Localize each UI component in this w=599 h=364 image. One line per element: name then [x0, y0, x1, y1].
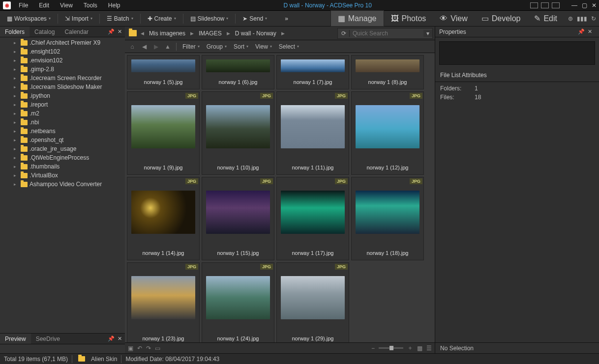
chevron-right-icon[interactable]: ▶ — [281, 31, 285, 36]
zoom-out-icon[interactable]: − — [371, 345, 375, 352]
sort-dropdown[interactable]: Sort▾ — [231, 42, 251, 51]
minimize-button[interactable]: — — [569, 2, 579, 9]
layout-preset-2[interactable] — [541, 2, 549, 8]
thumbnail[interactable]: norway 1 (8).jpg — [351, 55, 424, 89]
thumbnail[interactable]: norway 1 (5).jpg — [127, 55, 200, 89]
pin-icon[interactable]: 📌 — [108, 28, 115, 35]
create-button[interactable]: ✚Create▾ — [144, 13, 180, 24]
pin-icon[interactable]: 📌 — [108, 336, 115, 342]
folder-tree[interactable]: ▸.Chief Architect Premier X9▸.ensight102… — [0, 37, 125, 333]
thumbnail[interactable]: JPGnorway 1 (29).jpg — [276, 262, 349, 342]
thumbnail[interactable]: JPGnorway 1 (15).jpg — [202, 177, 274, 260]
expand-icon[interactable]: ▸ — [14, 138, 19, 142]
up-icon[interactable]: ▲ — [162, 43, 173, 50]
expand-icon[interactable]: ▸ — [14, 76, 19, 81]
expand-icon[interactable]: ▸ — [14, 58, 19, 63]
tree-item[interactable]: ▸.ireport — [0, 100, 125, 109]
filter-dropdown[interactable]: Filter▾ — [180, 42, 203, 51]
pin-icon[interactable]: 📌 — [578, 28, 585, 35]
zoom-in-icon[interactable]: ＋ — [407, 344, 413, 352]
thumbnail[interactable]: JPGnorway 1 (23).jpg — [127, 262, 200, 342]
breadcrumb-1[interactable]: IMAGES — [196, 29, 225, 38]
thumbnail[interactable]: JPGnorway 1 (9).jpg — [127, 91, 200, 175]
thumbnail[interactable]: JPGnorway 1 (17).jpg — [276, 177, 349, 260]
close-button[interactable]: ✕ — [589, 2, 599, 9]
tab-calendar[interactable]: Calendar — [60, 27, 93, 37]
breadcrumb-0[interactable]: Mis imagenes — [146, 29, 188, 38]
tree-item[interactable]: ▸.netbeans — [0, 127, 125, 136]
menu-help[interactable]: Help — [103, 0, 125, 10]
expand-icon[interactable]: ▸ — [14, 146, 19, 151]
tree-item[interactable]: ▸.QtWebEngineProcess — [0, 153, 125, 162]
send-button[interactable]: ➤Send▾ — [239, 13, 271, 24]
mode-edit[interactable]: ✎Edit — [527, 10, 564, 27]
close-properties-icon[interactable]: ✕ — [588, 28, 592, 35]
chevron-right-icon[interactable]: ▶ — [227, 31, 230, 36]
sync-icon[interactable]: ↻ — [591, 15, 596, 22]
mode-photos[interactable]: 🖼Photos — [384, 10, 433, 27]
tree-item[interactable]: ▸.Icecream Screen Recorder — [0, 74, 125, 83]
expand-icon[interactable]: ▸ — [14, 93, 19, 98]
menu-file[interactable]: File — [14, 0, 33, 10]
expand-icon[interactable]: ▸ — [14, 129, 19, 134]
import-button[interactable]: ⇲Import▾ — [61, 13, 96, 24]
view-details-icon[interactable]: ☰ — [426, 345, 432, 352]
layout-preset-3[interactable] — [552, 2, 560, 8]
rotate-cw-icon[interactable]: ↷ — [146, 345, 151, 352]
tab-folders[interactable]: Folders — [0, 27, 30, 37]
menu-tools[interactable]: Tools — [79, 0, 102, 10]
expand-icon[interactable]: ▸ — [14, 120, 19, 125]
select-dropdown[interactable]: Select▾ — [276, 42, 302, 51]
layout-preset-1[interactable] — [530, 2, 538, 8]
expand-icon[interactable]: ▸ — [14, 84, 19, 89]
home-icon[interactable]: ⌂ — [127, 43, 138, 50]
menu-view[interactable]: View — [55, 0, 78, 10]
chevron-left-icon[interactable]: ◀ — [141, 31, 144, 36]
thumbnail[interactable]: JPGnorway 1 (11).jpg — [276, 91, 349, 175]
mode-view[interactable]: 👁View — [433, 10, 474, 27]
chevron-right-icon[interactable]: ▶ — [190, 31, 194, 36]
tree-item[interactable]: ▸.nbi — [0, 118, 125, 127]
expand-icon[interactable]: ▸ — [14, 173, 19, 178]
tree-item[interactable]: ▸.Icecream Slideshow Maker — [0, 83, 125, 91]
thumbnail[interactable]: JPGnorway 1 (24).jpg — [202, 262, 274, 342]
expand-icon[interactable]: ▸ — [14, 49, 19, 54]
tree-item[interactable]: ▸.ipython — [0, 91, 125, 100]
thumbnail[interactable]: norway 1 (7).jpg — [276, 55, 349, 89]
expand-icon[interactable]: ▸ — [14, 111, 19, 116]
expand-icon[interactable]: ▸ — [14, 155, 19, 160]
close-preview-icon[interactable]: ✕ — [118, 336, 122, 342]
external-edit-icon[interactable]: ▣ — [128, 345, 133, 352]
expand-icon[interactable]: ▸ — [14, 102, 19, 107]
tree-item[interactable]: ▸.Chief Architect Premier X9 — [0, 38, 125, 47]
forward-icon[interactable]: ▶ — [150, 43, 161, 50]
thumbnail-grid[interactable]: norway 1 (5).jpgnorway 1 (6).jpgnorway 1… — [125, 53, 435, 342]
online-icon[interactable]: ⊚ — [568, 15, 573, 22]
quick-search[interactable]: ⟳ ▾ — [337, 28, 433, 39]
expand-icon[interactable]: ▸ — [14, 40, 19, 45]
group-dropdown[interactable]: Group▾ — [204, 42, 230, 51]
breadcrumb-2[interactable]: D wall - Norway — [232, 29, 279, 38]
refresh-icon[interactable]: ⟳ — [338, 30, 350, 37]
workspaces-button[interactable]: ▦Workspaces▾ — [3, 13, 55, 24]
thumbnail[interactable]: JPGnorway 1 (18).jpg — [351, 177, 424, 260]
mode-develop[interactable]: ▭Develop — [475, 10, 528, 27]
stats-icon[interactable]: ▮▮▮ — [577, 15, 587, 22]
thumbnail[interactable]: JPGnorway 1 (12).jpg — [351, 91, 424, 175]
thumbnail[interactable]: norway 1 (6).jpg — [202, 55, 274, 89]
tab-preview[interactable]: Preview — [0, 334, 31, 344]
tree-item[interactable]: ▸.gimp-2.8 — [0, 65, 125, 74]
toolbar-overflow[interactable]: » — [281, 13, 292, 24]
mode-manage[interactable]: ▦Manage — [330, 10, 384, 27]
tree-item[interactable]: ▸.VirtualBox — [0, 171, 125, 180]
tree-item[interactable]: ▸.oracle_jre_usage — [0, 144, 125, 153]
search-dropdown[interactable]: ▾ — [423, 30, 432, 37]
back-icon[interactable]: ◀ — [139, 43, 150, 50]
tab-catalog[interactable]: Catalog — [30, 27, 60, 37]
tree-item[interactable]: ▸.ensight102 — [0, 47, 125, 56]
thumbnail[interactable]: JPGnorway 1 (14).jpg — [127, 177, 200, 260]
tree-item[interactable]: ▸.thumbnails — [0, 162, 125, 171]
tree-item[interactable]: ▸.envision102 — [0, 56, 125, 65]
menu-edit[interactable]: Edit — [34, 0, 54, 10]
thumbnail[interactable]: JPGnorway 1 (10).jpg — [202, 91, 274, 175]
